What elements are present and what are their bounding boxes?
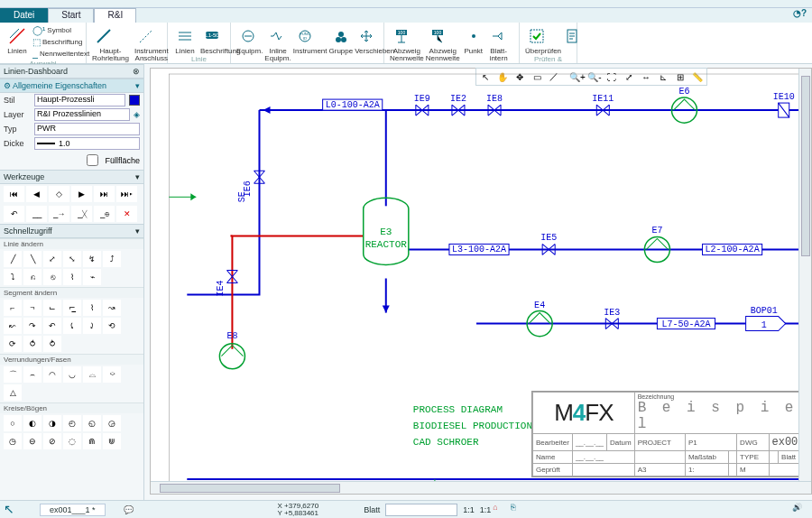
join-icon[interactable]: ⎯⊕ <box>94 206 115 222</box>
panel-tools-header[interactable]: Werkzeuge▾ <box>0 170 143 184</box>
ltool-2[interactable]: ╲ <box>23 251 42 267</box>
instrument-button[interactable]: FUNCID <box>293 24 317 48</box>
ltool-4[interactable]: ⤡ <box>63 251 81 267</box>
stool-10[interactable]: ⤹ <box>63 318 81 334</box>
pin-icon[interactable]: ⊗ <box>133 67 140 76</box>
ctool-11[interactable]: ⋒ <box>83 433 101 449</box>
stool-4[interactable]: ⌐̲ <box>63 300 81 316</box>
main-pipe-button[interactable] <box>92 24 115 48</box>
ftool-2[interactable]: ⌢ <box>23 366 42 383</box>
collapse-icon[interactable]: ▾ <box>135 81 140 90</box>
symbol-icon[interactable]: ◯¹ <box>32 25 45 35</box>
stool-3[interactable]: ⌙ <box>43 300 61 316</box>
ctool-1[interactable]: ○ <box>4 415 22 431</box>
ltool-10[interactable]: ⌇ <box>63 269 81 285</box>
ctool-4[interactable]: ◴ <box>63 415 81 431</box>
ftool-7[interactable]: △ <box>4 384 22 401</box>
ltool-9[interactable]: ⎋ <box>43 269 61 285</box>
report-button[interactable] <box>563 24 581 48</box>
end-icon[interactable]: ⏭▸ <box>116 186 137 202</box>
ltool-5[interactable]: ↯ <box>83 251 101 267</box>
delete-icon[interactable]: ✕ <box>116 206 137 222</box>
lines-tool-button[interactable] <box>173 24 197 48</box>
split-icon[interactable]: ⎯╳ <box>71 206 92 222</box>
status-speaker-icon[interactable]: 🔊 <box>792 503 807 517</box>
trim-icon[interactable]: ⎯⎯ <box>26 206 47 222</box>
tab-start[interactable]: Start <box>48 8 94 23</box>
ltool-7[interactable]: ⤵ <box>4 269 22 285</box>
style-select[interactable]: Haupt-Prozessli <box>34 94 125 106</box>
ctool-9[interactable]: ⊘ <box>43 433 61 449</box>
ctool-6[interactable]: ◶ <box>103 415 121 431</box>
ltool-3[interactable]: ⤢ <box>43 251 61 267</box>
ftool-3[interactable]: ◠ <box>43 366 61 383</box>
cursor-mode-icon[interactable]: ↖ <box>4 502 14 516</box>
nominal-icon[interactable]: ⎯ <box>32 49 38 59</box>
ctool-3[interactable]: ◑ <box>43 415 61 431</box>
label-tool-button[interactable]: L1-50 <box>200 24 224 48</box>
type-select[interactable]: PWR <box>34 123 140 135</box>
status-icon-1[interactable]: ⌂ <box>493 503 507 517</box>
last-icon[interactable]: ⏭ <box>94 186 115 202</box>
ltool-6[interactable]: ⤴ <box>103 251 121 267</box>
stool-11[interactable]: ⤸ <box>83 318 101 334</box>
stool-6[interactable]: ↝ <box>103 300 121 316</box>
branch-nominal-2-button[interactable]: 100 <box>426 24 449 48</box>
ctool-7[interactable]: ◷ <box>4 433 22 449</box>
ctool-2[interactable]: ◐ <box>23 415 42 431</box>
tab-ri[interactable]: R&I <box>94 8 136 23</box>
stool-1[interactable]: ⌐ <box>4 300 22 316</box>
check-button[interactable] <box>525 24 549 48</box>
sheet-internal-button[interactable] <box>487 24 511 48</box>
stool-12[interactable]: ⟲ <box>103 318 121 334</box>
equipment-button[interactable] <box>236 24 260 48</box>
tab-file[interactable]: Datei <box>0 8 48 23</box>
stool-9[interactable]: ↶ <box>43 318 61 334</box>
stool-14[interactable]: ⥀ <box>23 336 42 352</box>
sheet-input[interactable] <box>385 504 457 516</box>
stool-2[interactable]: ¬ <box>23 300 42 316</box>
ltool-11[interactable]: ⌁ <box>83 269 101 285</box>
panel-quick-header[interactable]: Schnellzugriff▾ <box>0 224 143 238</box>
document-tab[interactable]: ex001___1 * <box>40 504 106 516</box>
branch-nominal-button[interactable]: 100 <box>390 24 413 48</box>
thickness-select[interactable]: 1.0 <box>34 137 140 150</box>
instrument-connect-button[interactable] <box>134 24 158 48</box>
ltool-8[interactable]: ⎌ <box>23 269 42 285</box>
ltool-1[interactable]: ╱ <box>4 251 22 267</box>
ftool-5[interactable]: ⌓ <box>83 366 101 383</box>
stool-13[interactable]: ⟳ <box>4 336 22 352</box>
extend-icon[interactable]: ⎯→ <box>49 206 69 222</box>
fill-checkbox[interactable] <box>87 154 98 166</box>
first-icon[interactable]: ⏮ <box>4 186 24 202</box>
prev-icon[interactable]: ◀ <box>26 186 47 202</box>
point-button[interactable] <box>462 24 485 48</box>
ctool-12[interactable]: ⋓ <box>103 433 121 449</box>
help-icon[interactable]: ◔? <box>788 8 812 23</box>
next-icon[interactable]: ▶ <box>71 186 92 202</box>
ctool-5[interactable]: ◵ <box>83 415 101 431</box>
scrollbar-vertical[interactable] <box>798 69 811 481</box>
linien-button[interactable] <box>5 24 29 48</box>
ctool-8[interactable]: ⊖ <box>23 433 42 449</box>
panel-dashboard-header[interactable]: Linien-Dashboard⊗ <box>0 64 143 79</box>
stool-7[interactable]: ↜ <box>4 318 22 334</box>
label-icon[interactable]: ⬚ <box>32 37 41 47</box>
ctool-10[interactable]: ◌ <box>63 433 81 449</box>
stool-5[interactable]: ⌇ <box>83 300 101 316</box>
color-swatch[interactable] <box>129 95 140 106</box>
group-button[interactable] <box>329 24 353 48</box>
ftool-6[interactable]: ⌔ <box>103 366 121 383</box>
ftool-4[interactable]: ◡ <box>63 366 81 383</box>
ftool-1[interactable]: ⌒ <box>4 366 22 383</box>
scrollbar-horizontal[interactable] <box>151 481 811 494</box>
status-icon-2[interactable]: ⎘ <box>511 503 525 517</box>
chat-icon[interactable]: 💬 <box>124 505 134 514</box>
panel-props-header[interactable]: ⚙ Allgemeine Eigenschaften▾ <box>0 79 143 93</box>
stool-8[interactable]: ↷ <box>23 318 42 334</box>
layer-icon[interactable]: ◈ <box>134 110 140 119</box>
stop-icon[interactable]: ◇ <box>49 186 69 202</box>
stool-15[interactable]: ⥁ <box>43 336 61 352</box>
undo-icon[interactable]: ↶ <box>4 206 24 222</box>
canvas-area[interactable]: ↖ ✋ ✥ ▭ ／ 🔍+ 🔍- ⛶ ⤢ ↔ ⊾ ⊞ 📏 <box>144 64 812 500</box>
